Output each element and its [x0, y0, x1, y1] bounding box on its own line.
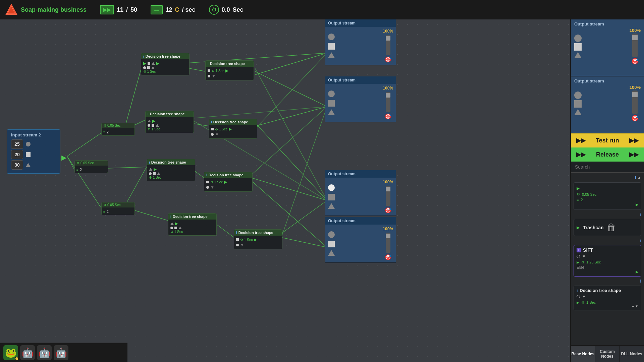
- output-pct-1: 100%: [630, 28, 641, 33]
- node-sq-d8: [236, 238, 239, 241]
- trashcan-card[interactable]: ▶ Trashcan 🗑: [574, 219, 641, 236]
- info-icon-4[interactable]: i: [640, 279, 641, 284]
- canvas-decision-node-1[interactable]: i Decision tree shape ▶ ▶ ⚙ 1 Sec: [141, 53, 190, 75]
- out3-triangle: [328, 203, 335, 209]
- node-info-badge-2: i: [577, 288, 578, 293]
- character-avatar-active[interactable]: 🐸: [3, 345, 18, 360]
- node-info-btn-1[interactable]: i: [143, 55, 144, 58]
- character-avatar-3[interactable]: 🤖: [37, 345, 52, 360]
- svg-line-24: [256, 53, 327, 128]
- node-info-btn-6[interactable]: i: [206, 173, 207, 177]
- node-tri-d7: [170, 222, 174, 225]
- trashcan-play-btn[interactable]: ▶: [577, 225, 580, 230]
- node-chevron-d6: ▼: [210, 185, 214, 190]
- items-max: 50: [130, 6, 137, 13]
- node-info-btn-4[interactable]: i: [211, 120, 212, 124]
- sidebar-play-2[interactable]: ▶: [577, 301, 579, 304]
- out3-pct: 100%: [383, 180, 393, 184]
- out1-circle: [328, 34, 335, 40]
- input-triangle-icon: [26, 163, 31, 167]
- node-info-btn-7[interactable]: i: [170, 215, 171, 219]
- sidebar-dot-row-2: ● ▼: [632, 304, 638, 308]
- output-circle-1: [574, 35, 582, 42]
- output-stream-1: Output stream 100% 🎯: [571, 19, 644, 76]
- info-icon-3[interactable]: i: [640, 238, 641, 243]
- items-current: 11: [117, 6, 123, 13]
- canvas-decision-node-3[interactable]: i Decision tree shape ▶ ⚙ 1 Sec: [145, 111, 194, 133]
- trashcan-icon: 🗑: [607, 222, 616, 233]
- proc-node-2[interactable]: ⚙ 0.05 Sec ≡ 2: [74, 160, 108, 173]
- node-title-d1: Decision tree shape: [146, 54, 180, 58]
- output-slider-1[interactable]: [632, 34, 638, 57]
- canvas-decision-node-8[interactable]: i Decision tree shape ⚙ 1 Sec ▶ ▼: [234, 229, 282, 249]
- app-logo-icon: [5, 4, 17, 16]
- character-avatar-4[interactable]: 🤖: [54, 345, 68, 360]
- character-avatar-2[interactable]: 🤖: [20, 345, 35, 360]
- node-info-btn-2[interactable]: i: [208, 62, 209, 66]
- canvas-area[interactable]: Input stream 2 25 20 30 ▶ ⚙ 0.05 Sec: [0, 19, 570, 362]
- info-icon-2[interactable]: i: [640, 212, 641, 217]
- output-overlay-header-1: Output stream: [325, 19, 396, 27]
- canvas-decision-node-5[interactable]: i Decision tree shape ▶ ⚙ 1 Sec: [147, 159, 195, 181]
- out2-target-icon: 🎯: [385, 113, 391, 120]
- svg-line-2: [67, 133, 101, 156]
- node-chevron-d8: ▼: [240, 243, 244, 247]
- items-icon: ▶▶: [100, 5, 114, 14]
- node-sq-d6: [206, 181, 209, 183]
- search-input[interactable]: [571, 162, 644, 173]
- node-out-d7: ▶: [175, 221, 178, 226]
- sidebar-node-card-decision-2[interactable]: i Decision tree shape ▼ ▶ ⚙ 1 Sec ● ▼: [574, 286, 641, 310]
- node-dot-d5a: [149, 172, 152, 175]
- out1-slider[interactable]: [386, 35, 390, 55]
- avatar-indicator: [15, 357, 19, 361]
- proc-node-3[interactable]: ⚙ 0.05 Sec ≡ 2: [101, 202, 135, 215]
- node-chevron-d4: ▼: [215, 132, 219, 137]
- test-run-button[interactable]: ▶▶ Test run ▶▶: [571, 133, 644, 147]
- output-triangle-2: [574, 109, 582, 115]
- canvas-decision-node-2[interactable]: i Decision tree shape ⚙ 1 Sec ▶ ▼: [205, 60, 254, 80]
- tab-custom-nodes[interactable]: Custom Nodes: [595, 346, 620, 362]
- rate-icon: ≡≡: [151, 5, 163, 14]
- tab-base-nodes[interactable]: Base Nodes: [571, 346, 595, 362]
- output-stream-header-1: Output stream: [574, 21, 641, 26]
- release-button[interactable]: ▶▶ Release ▶▶: [571, 147, 644, 162]
- sift-timer: 1.25 Sec: [586, 260, 601, 264]
- sidebar-timer-1: 0.05 Sec: [582, 192, 596, 196]
- node-timer-d8: ⚙ 1 Sec: [240, 238, 253, 242]
- output-slider-2[interactable]: [632, 90, 638, 114]
- svg-line-8: [124, 167, 147, 207]
- sift-play[interactable]: ▶: [577, 260, 579, 264]
- svg-line-13: [255, 53, 327, 75]
- out1-triangle: [328, 52, 335, 58]
- canvas-decision-node-7[interactable]: i Decision tree shape ▶ ⚙ 1 Sec: [168, 213, 217, 236]
- out3-slider[interactable]: [386, 186, 390, 206]
- node-timer-d2: ⚙ 1 Sec: [212, 69, 224, 73]
- sidebar-arrow-right-1: ▶: [636, 202, 638, 207]
- sidebar-play-1[interactable]: ▶: [577, 186, 580, 191]
- node-info-btn-8[interactable]: i: [236, 231, 237, 235]
- sidebar-node-card-decision-1[interactable]: ▶ ⚙ 0.05 Sec ≡ 2 ▶: [574, 182, 641, 210]
- node-title-d4: Decision tree shape: [213, 120, 248, 124]
- node-out-d3: ▶: [152, 119, 155, 123]
- tab-dll-nodes[interactable]: DLL Nodes: [620, 346, 644, 362]
- svg-line-25: [251, 107, 327, 175]
- node-info-btn-5[interactable]: i: [149, 161, 150, 164]
- sift-dot: [577, 255, 580, 258]
- proc-node-1[interactable]: ⚙ 0.05 Sec ≡ 2: [101, 123, 135, 136]
- node-info-btn-3[interactable]: i: [148, 112, 149, 116]
- tab-dll-nodes-label: DLL Nodes: [621, 352, 642, 356]
- node-sq-d7: [174, 227, 177, 229]
- canvas-decision-node-4[interactable]: i Decision tree shape ⚙ 1 Sec ▶ ▼: [209, 119, 257, 139]
- sidebar-timer-icon-2: ⚙: [581, 301, 584, 304]
- canvas-decision-node-6[interactable]: i Decision tree shape ⚙ 1 Sec ▶ ▼: [204, 172, 253, 192]
- sidebar-node-title-2: Decision tree shape: [580, 288, 621, 293]
- output-circle-2: [574, 92, 582, 99]
- node-out-d2: ▶: [225, 68, 228, 73]
- info-icon-1[interactable]: i: [635, 175, 636, 180]
- input-stream-node[interactable]: Input stream 2 25 20 30: [7, 129, 60, 174]
- trashcan-title: Trashcan: [583, 225, 603, 230]
- node-title-d3: Decision tree shape: [150, 112, 185, 116]
- out4-slider[interactable]: [386, 233, 390, 253]
- out2-slider[interactable]: [386, 92, 390, 112]
- sift-card[interactable]: i SIFT ▼ ▶ ⚙ 1.25 Sec Else ▶: [574, 245, 641, 277]
